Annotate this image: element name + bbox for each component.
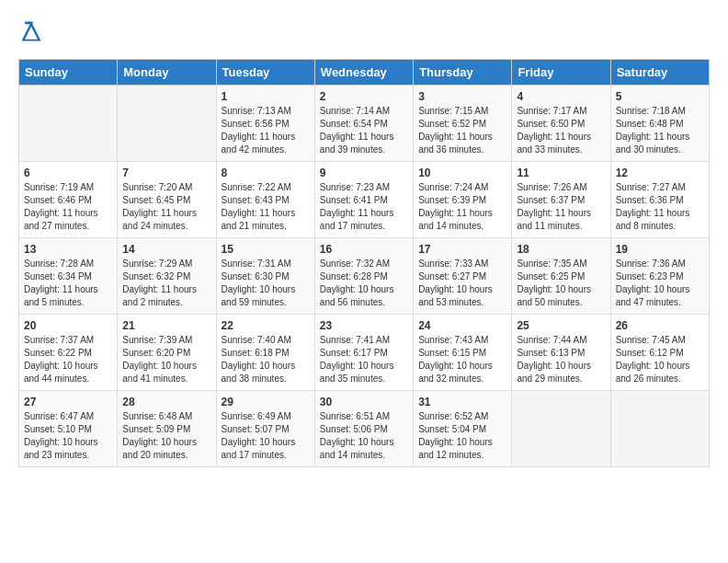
day-info: Sunrise: 7:19 AM Sunset: 6:46 PM Dayligh… — [24, 181, 112, 233]
calendar-cell: 8Sunrise: 7:22 AM Sunset: 6:43 PM Daylig… — [216, 162, 314, 238]
calendar-week-row: 20Sunrise: 7:37 AM Sunset: 6:22 PM Dayli… — [19, 315, 710, 391]
day-number: 9 — [320, 167, 408, 179]
day-number: 1 — [222, 90, 310, 103]
calendar-cell: 18Sunrise: 7:35 AM Sunset: 6:25 PM Dayli… — [512, 238, 610, 315]
day-info: Sunrise: 7:23 AM Sunset: 6:41 PM Dayligh… — [320, 181, 408, 233]
day-info: Sunrise: 7:31 AM Sunset: 6:30 PM Dayligh… — [222, 258, 310, 309]
day-info: Sunrise: 7:43 AM Sunset: 6:15 PM Dayligh… — [418, 334, 506, 385]
day-number: 11 — [517, 167, 605, 179]
day-number: 21 — [122, 319, 210, 332]
calendar-cell: 12Sunrise: 7:27 AM Sunset: 6:36 PM Dayli… — [610, 162, 709, 238]
day-info: Sunrise: 7:40 AM Sunset: 6:18 PM Dayligh… — [222, 334, 310, 385]
calendar-cell: 7Sunrise: 7:20 AM Sunset: 6:45 PM Daylig… — [118, 162, 216, 238]
calendar-cell: 1Sunrise: 7:13 AM Sunset: 6:56 PM Daylig… — [216, 86, 314, 162]
day-info: Sunrise: 7:37 AM Sunset: 6:22 PM Dayligh… — [24, 334, 112, 385]
calendar-cell: 28Sunrise: 6:48 AM Sunset: 5:09 PM Dayli… — [118, 391, 216, 467]
calendar-cell: 17Sunrise: 7:33 AM Sunset: 6:27 PM Dayli… — [414, 238, 512, 315]
day-info: Sunrise: 7:14 AM Sunset: 6:54 PM Dayligh… — [320, 105, 408, 156]
day-number: 16 — [320, 243, 408, 256]
day-info: Sunrise: 6:48 AM Sunset: 5:09 PM Dayligh… — [122, 410, 210, 462]
day-number: 5 — [616, 90, 704, 103]
calendar-cell: 26Sunrise: 7:45 AM Sunset: 6:12 PM Dayli… — [610, 315, 709, 391]
calendar-cell: 2Sunrise: 7:14 AM Sunset: 6:54 PM Daylig… — [314, 86, 413, 162]
calendar-cell: 4Sunrise: 7:17 AM Sunset: 6:50 PM Daylig… — [512, 86, 610, 162]
calendar-cell: 21Sunrise: 7:39 AM Sunset: 6:20 PM Dayli… — [118, 315, 216, 391]
day-info: Sunrise: 7:32 AM Sunset: 6:28 PM Dayligh… — [320, 258, 408, 309]
calendar-cell: 3Sunrise: 7:15 AM Sunset: 6:52 PM Daylig… — [414, 86, 512, 162]
weekday-header: Tuesday — [216, 60, 314, 86]
calendar-cell: 27Sunrise: 6:47 AM Sunset: 5:10 PM Dayli… — [19, 391, 118, 467]
day-info: Sunrise: 7:13 AM Sunset: 6:56 PM Dayligh… — [222, 105, 310, 156]
calendar-cell: 15Sunrise: 7:31 AM Sunset: 6:30 PM Dayli… — [216, 238, 314, 315]
day-number: 10 — [418, 167, 506, 179]
day-number: 22 — [222, 319, 310, 332]
day-info: Sunrise: 7:45 AM Sunset: 6:12 PM Dayligh… — [616, 334, 704, 385]
weekday-header: Monday — [118, 60, 216, 86]
day-info: Sunrise: 7:39 AM Sunset: 6:20 PM Dayligh… — [122, 334, 210, 385]
calendar-week-row: 13Sunrise: 7:28 AM Sunset: 6:34 PM Dayli… — [19, 238, 710, 315]
calendar-cell: 25Sunrise: 7:44 AM Sunset: 6:13 PM Dayli… — [512, 315, 610, 391]
calendar-week-row: 6Sunrise: 7:19 AM Sunset: 6:46 PM Daylig… — [19, 162, 710, 238]
day-info: Sunrise: 6:49 AM Sunset: 5:07 PM Dayligh… — [222, 410, 310, 462]
calendar-cell: 11Sunrise: 7:26 AM Sunset: 6:37 PM Dayli… — [512, 162, 610, 238]
weekday-header: Thursday — [414, 60, 512, 86]
calendar-table: SundayMondayTuesdayWednesdayThursdayFrid… — [18, 59, 710, 467]
calendar-cell: 31Sunrise: 6:52 AM Sunset: 5:04 PM Dayli… — [414, 391, 512, 467]
logo — [18, 18, 48, 44]
day-info: Sunrise: 7:27 AM Sunset: 6:36 PM Dayligh… — [616, 181, 704, 233]
weekday-header: Wednesday — [314, 60, 413, 86]
day-info: Sunrise: 6:47 AM Sunset: 5:10 PM Dayligh… — [24, 410, 112, 462]
day-info: Sunrise: 7:22 AM Sunset: 6:43 PM Dayligh… — [222, 181, 310, 233]
day-number: 18 — [517, 243, 605, 256]
day-number: 4 — [517, 90, 605, 103]
day-number: 25 — [517, 319, 605, 332]
day-info: Sunrise: 6:51 AM Sunset: 5:06 PM Dayligh… — [320, 410, 408, 462]
day-number: 14 — [122, 243, 210, 256]
calendar-cell: 9Sunrise: 7:23 AM Sunset: 6:41 PM Daylig… — [314, 162, 413, 238]
day-number: 28 — [122, 396, 210, 408]
day-number: 26 — [616, 319, 704, 332]
day-number: 24 — [418, 319, 506, 332]
day-info: Sunrise: 7:29 AM Sunset: 6:32 PM Dayligh… — [122, 258, 210, 309]
calendar-week-row: 27Sunrise: 6:47 AM Sunset: 5:10 PM Dayli… — [19, 391, 710, 467]
calendar-cell: 30Sunrise: 6:51 AM Sunset: 5:06 PM Dayli… — [314, 391, 413, 467]
weekday-header-row: SundayMondayTuesdayWednesdayThursdayFrid… — [19, 60, 710, 86]
calendar-cell: 24Sunrise: 7:43 AM Sunset: 6:15 PM Dayli… — [414, 315, 512, 391]
calendar-cell — [19, 86, 118, 162]
day-info: Sunrise: 7:33 AM Sunset: 6:27 PM Dayligh… — [418, 258, 506, 309]
day-info: Sunrise: 7:35 AM Sunset: 6:25 PM Dayligh… — [517, 258, 605, 309]
calendar-week-row: 1Sunrise: 7:13 AM Sunset: 6:56 PM Daylig… — [19, 86, 710, 162]
day-info: Sunrise: 7:41 AM Sunset: 6:17 PM Dayligh… — [320, 334, 408, 385]
calendar-cell: 19Sunrise: 7:36 AM Sunset: 6:23 PM Dayli… — [610, 238, 709, 315]
day-info: Sunrise: 7:44 AM Sunset: 6:13 PM Dayligh… — [517, 334, 605, 385]
day-number: 6 — [24, 167, 112, 179]
day-number: 12 — [616, 167, 704, 179]
calendar-cell: 6Sunrise: 7:19 AM Sunset: 6:46 PM Daylig… — [19, 162, 118, 238]
day-info: Sunrise: 7:20 AM Sunset: 6:45 PM Dayligh… — [122, 181, 210, 233]
calendar-cell: 5Sunrise: 7:18 AM Sunset: 6:48 PM Daylig… — [610, 86, 709, 162]
calendar-cell: 10Sunrise: 7:24 AM Sunset: 6:39 PM Dayli… — [414, 162, 512, 238]
calendar-cell — [610, 391, 709, 467]
day-number: 30 — [320, 396, 408, 408]
calendar-cell — [512, 391, 610, 467]
day-number: 20 — [24, 319, 112, 332]
day-info: Sunrise: 7:17 AM Sunset: 6:50 PM Dayligh… — [517, 105, 605, 156]
day-number: 15 — [222, 243, 310, 256]
weekday-header: Sunday — [19, 60, 118, 86]
day-info: Sunrise: 7:15 AM Sunset: 6:52 PM Dayligh… — [418, 105, 506, 156]
calendar-cell: 20Sunrise: 7:37 AM Sunset: 6:22 PM Dayli… — [19, 315, 118, 391]
day-info: Sunrise: 7:24 AM Sunset: 6:39 PM Dayligh… — [418, 181, 506, 233]
day-number: 31 — [418, 396, 506, 408]
weekday-header: Friday — [512, 60, 610, 86]
calendar-cell — [118, 86, 216, 162]
weekday-header: Saturday — [610, 60, 709, 86]
calendar-cell: 23Sunrise: 7:41 AM Sunset: 6:17 PM Dayli… — [314, 315, 413, 391]
day-number: 27 — [24, 396, 112, 408]
day-info: Sunrise: 7:36 AM Sunset: 6:23 PM Dayligh… — [616, 258, 704, 309]
day-info: Sunrise: 7:26 AM Sunset: 6:37 PM Dayligh… — [517, 181, 605, 233]
day-info: Sunrise: 7:18 AM Sunset: 6:48 PM Dayligh… — [616, 105, 704, 156]
day-info: Sunrise: 6:52 AM Sunset: 5:04 PM Dayligh… — [418, 410, 506, 462]
logo-icon — [18, 18, 44, 44]
day-number: 17 — [418, 243, 506, 256]
day-number: 23 — [320, 319, 408, 332]
